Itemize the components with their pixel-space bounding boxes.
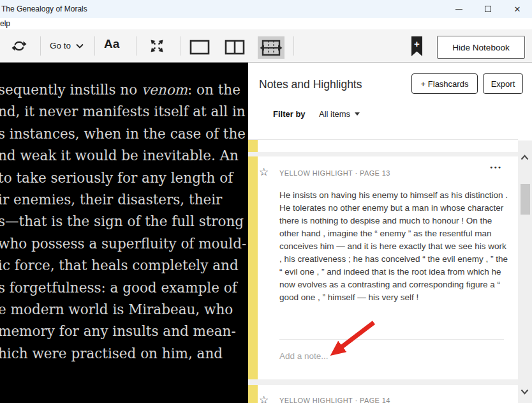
close-icon: ✕ [514,5,521,13]
star-icon[interactable]: ☆ [259,165,269,179]
toolbar-divider [181,36,181,56]
toolbar-divider [293,36,294,56]
minimize-button[interactable] [444,0,473,18]
hide-notebook-label: Hide Notebook [452,43,509,52]
book-text-line: s—that is the sign of the full strong [0,211,246,232]
book-page[interactable]: sequently instills no venom: on the nd, … [0,63,248,403]
book-text-line: e modern world is Mirabeau, who [0,299,246,321]
menu-bar: elp [0,18,532,29]
continuous-scroll-layout-button-selected[interactable] [258,36,284,59]
overflow-menu-icon[interactable]: ●●● [490,165,502,169]
highlight-card-partial [248,140,518,152]
toolbar: Go to Aa [0,29,532,63]
highlight-card: ☆ YELLOW HIGHLIGHT · PAGE 13 ●●● He insi… [248,156,518,379]
highlight-color-stripe [248,385,258,403]
chevron-down-icon [76,43,84,49]
highlight-text[interactable]: He insists on having his enemy to himsel… [279,189,508,304]
fullscreen-icon[interactable] [149,38,165,56]
book-text-line: s forgetfulness: a good example of [0,277,246,299]
book-text-line: ic force, that heals completely and [0,255,246,277]
notebook-panel: Notes and Highlights + Flashcards Export… [248,63,532,403]
flashcards-button[interactable]: + Flashcards [411,73,478,94]
export-button[interactable]: Export [483,73,523,94]
maximize-button[interactable] [473,0,503,18]
book-text-line: hich were practised on him, and [0,343,246,365]
single-page-layout-icon[interactable] [189,40,211,57]
card-divider [248,379,518,385]
flashcards-label: + Flashcards [421,79,469,89]
book-text: sequently instills no venom: on the nd, … [0,79,246,365]
minimize-icon [455,9,462,10]
book-text-line: s instances, when in the case of the [0,123,246,145]
hide-notebook-button[interactable]: Hide Notebook [437,36,525,59]
filter-dropdown[interactable]: All items [319,109,360,119]
book-text-line: who possess a superfluity of mould- [0,233,246,255]
book-text-line: to take seriously for any length of [0,167,246,189]
note-divider [279,339,504,340]
bookmark-icon[interactable]: + [411,36,422,56]
scroll-down-icon[interactable] [521,386,529,397]
maximize-icon [485,6,491,12]
continuous-scroll-icon [260,40,283,56]
title-bar: The Genealogy of Morals ✕ [0,0,532,18]
star-icon[interactable]: ☆ [259,393,269,403]
goto-label: Go to [50,41,71,50]
filter-by-label: Filter by [273,109,306,119]
highlight-color-stripe [248,156,258,379]
book-text-line: sequently instills no venom: on the [0,79,246,101]
window-controls: ✕ [444,0,532,18]
scrollbar-thumb[interactable] [521,184,530,215]
export-label: Export [491,79,515,89]
scroll-up-icon[interactable] [521,151,529,163]
menu-item-help[interactable]: elp [0,19,10,28]
toolbar-divider [40,36,41,56]
highlight-color-stripe [248,140,258,152]
highlight-label: YELLOW HIGHLIGHT · PAGE 13 [279,169,390,177]
panel-title: Notes and Highlights [259,78,362,91]
book-text-line: nd weak it would be inevitable. An [0,145,246,167]
window-title: The Genealogy of Morals [1,4,87,13]
goto-dropdown[interactable]: Go to [50,41,84,50]
app-window: The Genealogy of Morals ✕ elp Go to [0,0,532,403]
highlight-label: YELLOW HIGHLIGHT · PAGE 14 [279,397,390,403]
card-divider [248,152,518,156]
add-note-field[interactable]: Add a note... [279,351,329,361]
book-text-line: nd, it never manifests itself at all in [0,101,246,123]
filter-value: All items [319,109,350,119]
highlight-card-next: ☆ YELLOW HIGHLIGHT · PAGE 14 [248,385,518,403]
scrollbar-track[interactable] [518,141,532,403]
toolbar-divider [94,36,95,56]
book-text-line: memory for any insults and mean- [0,321,246,342]
caret-down-icon [355,112,360,116]
toolbar-divider [136,36,137,56]
book-text-line: ir enemies, their disasters, their [0,189,246,211]
close-button[interactable]: ✕ [503,0,532,18]
sync-icon[interactable] [11,39,27,56]
bookmark-plus-glyph: + [414,39,420,56]
font-settings-button[interactable]: Aa [104,37,119,51]
two-column-layout-icon[interactable] [224,40,246,57]
